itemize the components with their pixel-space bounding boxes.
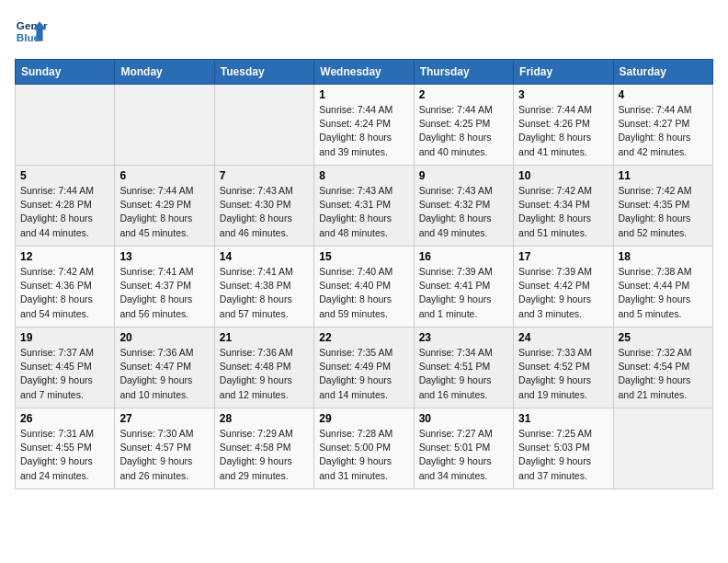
calendar-cell: 3Sunrise: 7:44 AM Sunset: 4:26 PM Daylig… — [514, 85, 613, 166]
calendar-cell: 30Sunrise: 7:27 AM Sunset: 5:01 PM Dayli… — [414, 408, 513, 489]
day-number: 9 — [419, 169, 508, 182]
calendar-cell: 31Sunrise: 7:25 AM Sunset: 5:03 PM Dayli… — [514, 408, 613, 489]
day-info: Sunrise: 7:30 AM Sunset: 4:57 PM Dayligh… — [119, 427, 209, 483]
day-number: 1 — [319, 88, 408, 101]
calendar-cell: 7Sunrise: 7:43 AM Sunset: 4:30 PM Daylig… — [214, 166, 313, 247]
day-info: Sunrise: 7:33 AM Sunset: 4:52 PM Dayligh… — [518, 346, 608, 402]
day-info: Sunrise: 7:39 AM Sunset: 4:42 PM Dayligh… — [518, 265, 608, 321]
calendar-cell: 25Sunrise: 7:32 AM Sunset: 4:54 PM Dayli… — [613, 327, 712, 408]
day-info: Sunrise: 7:42 AM Sunset: 4:35 PM Dayligh… — [619, 184, 708, 240]
day-info: Sunrise: 7:36 AM Sunset: 4:48 PM Dayligh… — [220, 346, 309, 402]
calendar-cell: 10Sunrise: 7:42 AM Sunset: 4:34 PM Dayli… — [514, 166, 613, 247]
calendar-cell: 17Sunrise: 7:39 AM Sunset: 4:42 PM Dayli… — [514, 247, 613, 327]
day-info: Sunrise: 7:40 AM Sunset: 4:40 PM Dayligh… — [319, 265, 408, 321]
day-number: 10 — [518, 169, 608, 182]
calendar-cell: 26Sunrise: 7:31 AM Sunset: 4:55 PM Dayli… — [16, 408, 115, 489]
calendar-cell: 28Sunrise: 7:29 AM Sunset: 4:58 PM Dayli… — [214, 408, 313, 489]
day-number: 4 — [619, 88, 708, 101]
day-info: Sunrise: 7:36 AM Sunset: 4:47 PM Dayligh… — [119, 346, 209, 402]
day-number: 12 — [20, 250, 109, 263]
calendar-cell — [115, 85, 214, 166]
calendar-cell: 20Sunrise: 7:36 AM Sunset: 4:47 PM Dayli… — [115, 327, 214, 408]
calendar-header: SundayMondayTuesdayWednesdayThursdayFrid… — [16, 60, 713, 85]
calendar-cell: 29Sunrise: 7:28 AM Sunset: 5:00 PM Dayli… — [314, 408, 414, 489]
calendar-cell: 5Sunrise: 7:44 AM Sunset: 4:28 PM Daylig… — [16, 166, 115, 247]
calendar-body: 1Sunrise: 7:44 AM Sunset: 4:24 PM Daylig… — [16, 85, 713, 489]
day-number: 8 — [319, 169, 408, 182]
day-info: Sunrise: 7:43 AM Sunset: 4:31 PM Dayligh… — [319, 184, 408, 240]
day-number: 15 — [319, 250, 408, 263]
day-info: Sunrise: 7:32 AM Sunset: 4:54 PM Dayligh… — [619, 346, 708, 402]
weekday-header-sunday: Sunday — [16, 60, 115, 85]
calendar-cell: 16Sunrise: 7:39 AM Sunset: 4:41 PM Dayli… — [414, 247, 513, 327]
day-number: 30 — [419, 412, 508, 425]
calendar-cell: 27Sunrise: 7:30 AM Sunset: 4:57 PM Dayli… — [115, 408, 214, 489]
day-number: 28 — [220, 412, 309, 425]
calendar-cell: 23Sunrise: 7:34 AM Sunset: 4:51 PM Dayli… — [414, 327, 513, 408]
day-number: 31 — [518, 412, 608, 425]
day-info: Sunrise: 7:35 AM Sunset: 4:49 PM Dayligh… — [319, 346, 408, 402]
day-number: 13 — [119, 250, 209, 263]
day-info: Sunrise: 7:37 AM Sunset: 4:45 PM Dayligh… — [20, 346, 109, 402]
day-number: 16 — [419, 250, 508, 263]
day-info: Sunrise: 7:44 AM Sunset: 4:25 PM Dayligh… — [419, 103, 508, 159]
calendar-cell: 21Sunrise: 7:36 AM Sunset: 4:48 PM Dayli… — [214, 327, 313, 408]
calendar-cell: 15Sunrise: 7:40 AM Sunset: 4:40 PM Dayli… — [314, 247, 414, 327]
day-info: Sunrise: 7:42 AM Sunset: 4:34 PM Dayligh… — [518, 184, 608, 240]
calendar-table: SundayMondayTuesdayWednesdayThursdayFrid… — [15, 59, 713, 489]
day-info: Sunrise: 7:29 AM Sunset: 4:58 PM Dayligh… — [220, 427, 309, 483]
calendar-cell: 6Sunrise: 7:44 AM Sunset: 4:29 PM Daylig… — [115, 166, 214, 247]
day-number: 11 — [619, 169, 708, 182]
day-number: 6 — [119, 169, 209, 182]
weekday-header-tuesday: Tuesday — [214, 60, 313, 85]
day-info: Sunrise: 7:27 AM Sunset: 5:01 PM Dayligh… — [419, 427, 508, 483]
weekday-header-friday: Friday — [514, 60, 613, 85]
day-number: 17 — [518, 250, 608, 263]
weekday-header-thursday: Thursday — [414, 60, 513, 85]
day-number: 20 — [119, 331, 209, 344]
calendar-cell — [613, 408, 712, 489]
day-number: 29 — [319, 412, 408, 425]
day-info: Sunrise: 7:42 AM Sunset: 4:36 PM Dayligh… — [20, 265, 109, 321]
calendar-cell: 18Sunrise: 7:38 AM Sunset: 4:44 PM Dayli… — [613, 247, 712, 327]
day-info: Sunrise: 7:44 AM Sunset: 4:26 PM Dayligh… — [518, 103, 608, 159]
day-info: Sunrise: 7:43 AM Sunset: 4:32 PM Dayligh… — [419, 184, 508, 240]
day-info: Sunrise: 7:41 AM Sunset: 4:38 PM Dayligh… — [220, 265, 309, 321]
calendar-cell: 8Sunrise: 7:43 AM Sunset: 4:31 PM Daylig… — [314, 166, 414, 247]
calendar-cell: 19Sunrise: 7:37 AM Sunset: 4:45 PM Dayli… — [16, 327, 115, 408]
day-info: Sunrise: 7:38 AM Sunset: 4:44 PM Dayligh… — [619, 265, 708, 321]
weekday-header-saturday: Saturday — [613, 60, 712, 85]
calendar-cell: 9Sunrise: 7:43 AM Sunset: 4:32 PM Daylig… — [414, 166, 513, 247]
weekday-header-row: SundayMondayTuesdayWednesdayThursdayFrid… — [16, 60, 713, 85]
day-number: 27 — [119, 412, 209, 425]
calendar-cell: 14Sunrise: 7:41 AM Sunset: 4:38 PM Dayli… — [214, 247, 313, 327]
logo: General Blue — [15, 15, 48, 48]
day-number: 19 — [20, 331, 109, 344]
svg-text:General: General — [17, 19, 48, 31]
day-info: Sunrise: 7:44 AM Sunset: 4:24 PM Dayligh… — [319, 103, 408, 159]
calendar-week-4: 19Sunrise: 7:37 AM Sunset: 4:45 PM Dayli… — [16, 327, 713, 408]
weekday-header-wednesday: Wednesday — [314, 60, 414, 85]
day-info: Sunrise: 7:34 AM Sunset: 4:51 PM Dayligh… — [419, 346, 508, 402]
calendar-cell: 12Sunrise: 7:42 AM Sunset: 4:36 PM Dayli… — [16, 247, 115, 327]
day-number: 3 — [518, 88, 608, 101]
day-number: 25 — [619, 331, 708, 344]
day-info: Sunrise: 7:31 AM Sunset: 4:55 PM Dayligh… — [20, 427, 109, 483]
calendar-cell: 22Sunrise: 7:35 AM Sunset: 4:49 PM Dayli… — [314, 327, 414, 408]
day-info: Sunrise: 7:41 AM Sunset: 4:37 PM Dayligh… — [119, 265, 209, 321]
calendar-cell: 1Sunrise: 7:44 AM Sunset: 4:24 PM Daylig… — [314, 85, 414, 166]
logo-icon: General Blue — [15, 15, 48, 48]
calendar-cell — [214, 85, 313, 166]
day-info: Sunrise: 7:39 AM Sunset: 4:41 PM Dayligh… — [419, 265, 508, 321]
calendar-week-2: 5Sunrise: 7:44 AM Sunset: 4:28 PM Daylig… — [16, 166, 713, 247]
day-number: 21 — [220, 331, 309, 344]
calendar-week-1: 1Sunrise: 7:44 AM Sunset: 4:24 PM Daylig… — [16, 85, 713, 166]
day-number: 5 — [20, 169, 109, 182]
calendar-cell: 2Sunrise: 7:44 AM Sunset: 4:25 PM Daylig… — [414, 85, 513, 166]
day-info: Sunrise: 7:28 AM Sunset: 5:00 PM Dayligh… — [319, 427, 408, 483]
calendar-cell: 13Sunrise: 7:41 AM Sunset: 4:37 PM Dayli… — [115, 247, 214, 327]
calendar-week-3: 12Sunrise: 7:42 AM Sunset: 4:36 PM Dayli… — [16, 247, 713, 327]
page-header: General Blue — [15, 15, 713, 48]
calendar-week-5: 26Sunrise: 7:31 AM Sunset: 4:55 PM Dayli… — [16, 408, 713, 489]
day-info: Sunrise: 7:44 AM Sunset: 4:27 PM Dayligh… — [619, 103, 708, 159]
